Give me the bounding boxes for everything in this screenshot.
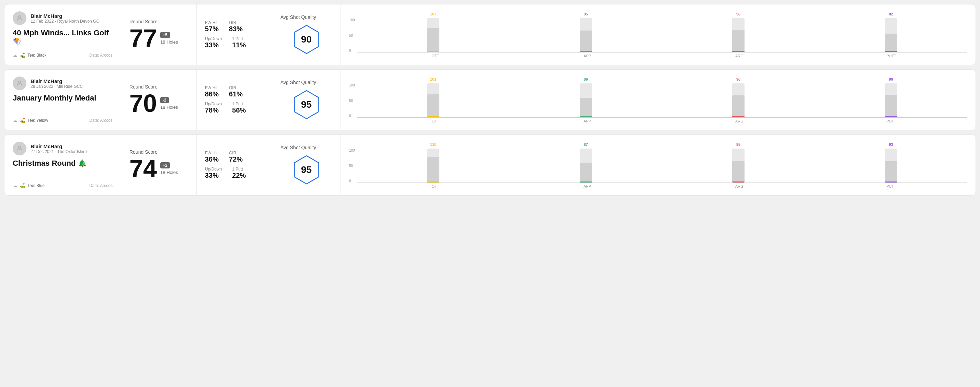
stats-row-bottom: Up/Down 33% 1 Putt 22%: [205, 167, 264, 179]
card-stats: FW Hit 36% GIR 72% Up/Down 33% 1 Putt 22…: [197, 135, 272, 195]
chart-group: 93: [815, 149, 967, 182]
card-left: Blair McHarg 29 Jan 2022 · Mill Ride GCC…: [5, 70, 121, 130]
user-row: Blair McHarg 12 Feb 2022 · Royal North D…: [13, 11, 113, 25]
avatar: [13, 142, 26, 155]
data-source: Data: Arccos: [89, 118, 113, 123]
score-diff: +2: [160, 162, 170, 168]
fw-hit-label: FW Hit: [205, 20, 219, 25]
chart-group: 107: [357, 18, 510, 52]
gir-value: 61%: [229, 90, 243, 98]
gir-label: GIR: [229, 20, 243, 25]
score-diff: -2: [160, 97, 169, 103]
chart-group: 96: [662, 83, 815, 117]
card-footer: ☁ ⛳ Tee: Blue Data: Arccos: [13, 183, 113, 188]
card-quality: Avg Shot Quality 95: [272, 135, 341, 195]
fw-hit-stat: FW Hit 57%: [205, 20, 219, 33]
fw-hit-value: 86%: [205, 90, 219, 98]
chart-group: 87: [509, 149, 662, 182]
card-chart: 100 50 0 101 86: [341, 70, 975, 130]
hexagon: 90: [291, 24, 322, 55]
user-meta: 27 Dec 2021 · The Oxfordshire: [30, 149, 87, 154]
round-card: Blair McHarg 27 Dec 2021 · The Oxfordshi…: [4, 135, 976, 195]
gir-stat: GIR 72%: [229, 151, 243, 163]
gir-value: 83%: [229, 25, 243, 33]
svg-point-2: [18, 81, 21, 83]
score-number: 70: [129, 91, 157, 116]
chart-x-label: PUTT: [815, 119, 967, 123]
score-badge: -2 18 Holes: [160, 97, 178, 110]
chart-group: 82: [815, 18, 967, 52]
hexagon: 95: [291, 154, 322, 185]
updown-stat: Up/Down 33%: [205, 167, 222, 179]
user-info: Blair McHarg 27 Dec 2021 · The Oxfordshi…: [30, 143, 87, 154]
chart-x-label: OTT: [360, 54, 511, 58]
stats-row-bottom: Up/Down 78% 1 Putt 56%: [205, 102, 264, 114]
card-left: Blair McHarg 27 Dec 2021 · The Oxfordshi…: [5, 135, 121, 195]
gir-stat: GIR 61%: [229, 86, 243, 98]
fw-hit-label: FW Hit: [205, 151, 219, 155]
score-label: Round Score: [129, 84, 188, 90]
score-badge: +2 18 Holes: [160, 162, 178, 175]
card-chart: 100 50 0 107 95: [341, 5, 975, 65]
tee-info: ☁ ⛳ Tee: Yellow: [13, 118, 48, 123]
chart-x-label: ARG: [663, 54, 816, 58]
chart-group: 101: [357, 83, 510, 117]
oneputt-value: 11%: [232, 41, 246, 49]
svg-point-4: [18, 146, 21, 149]
svg-point-0: [18, 16, 21, 18]
chart-x-label: APP: [511, 184, 663, 188]
chart-group: 95: [509, 18, 662, 52]
chart-x-label: PUTT: [815, 184, 967, 188]
score-holes: 18 Holes: [160, 170, 178, 175]
chart-x-label: PUTT: [815, 54, 967, 58]
card-score: Round Score 74 +2 18 Holes: [121, 135, 197, 195]
tee-info: ☁ ⛳ Tee: Blue: [13, 183, 45, 188]
round-title: Christmas Round 🎄: [13, 159, 113, 168]
user-meta: 29 Jan 2022 · Mill Ride GCC: [30, 84, 83, 89]
round-title: January Monthly Medal: [13, 94, 113, 103]
updown-value: 33%: [205, 41, 222, 49]
chart-group: 98: [662, 18, 815, 52]
card-left: Blair McHarg 12 Feb 2022 · Royal North D…: [5, 5, 121, 65]
fw-hit-label: FW Hit: [205, 86, 219, 90]
hexagon: 95: [291, 89, 322, 120]
gir-stat: GIR 83%: [229, 20, 243, 33]
score-number: 74: [129, 156, 157, 181]
stats-row-top: FW Hit 36% GIR 72%: [205, 151, 264, 163]
data-source: Data: Arccos: [89, 183, 113, 188]
quality-value: 95: [301, 164, 312, 175]
round-title: 40 Mph Winds... Links Golf 🪁: [13, 29, 113, 47]
fw-hit-value: 57%: [205, 25, 219, 33]
tee-info: ☁ ⛳ Tee: Black: [13, 52, 46, 58]
weather-icon: ☁: [13, 118, 18, 123]
score-main: 74 +2 18 Holes: [129, 156, 188, 181]
fw-hit-stat: FW Hit 36%: [205, 151, 219, 163]
score-holes: 18 Holes: [160, 105, 178, 110]
user-info: Blair McHarg 29 Jan 2022 · Mill Ride GCC: [30, 78, 83, 89]
chart-x-label: OTT: [360, 184, 511, 188]
hexagon-container: 90: [280, 24, 332, 55]
oneputt-stat: 1 Putt 22%: [232, 167, 246, 179]
hexagon-container: 95: [280, 154, 332, 185]
chart-group: 110: [357, 149, 510, 182]
tee-label: Tee: Black: [27, 53, 46, 58]
quality-value: 95: [301, 99, 312, 110]
quality-label: Avg Shot Quality: [280, 145, 316, 150]
quality-label: Avg Shot Quality: [280, 79, 316, 85]
score-main: 77 +5 18 Holes: [129, 26, 188, 51]
stats-row-bottom: Up/Down 33% 1 Putt 11%: [205, 36, 264, 49]
oneputt-stat: 1 Putt 56%: [232, 102, 246, 114]
user-name: Blair McHarg: [30, 13, 99, 19]
oneputt-value: 22%: [232, 171, 246, 179]
oneputt-label: 1 Putt: [232, 167, 246, 171]
tee-label: Tee: Yellow: [27, 118, 48, 123]
chart-group: 99: [815, 83, 967, 117]
weather-icon: ☁: [13, 52, 18, 58]
card-chart: 100 50 0 110 87: [341, 135, 975, 195]
avatar: [13, 76, 26, 90]
avatar: [13, 11, 26, 25]
user-row: Blair McHarg 29 Jan 2022 · Mill Ride GCC: [13, 76, 113, 90]
stats-row-top: FW Hit 57% GIR 83%: [205, 20, 264, 33]
score-number: 77: [129, 26, 157, 51]
updown-value: 78%: [205, 106, 222, 114]
